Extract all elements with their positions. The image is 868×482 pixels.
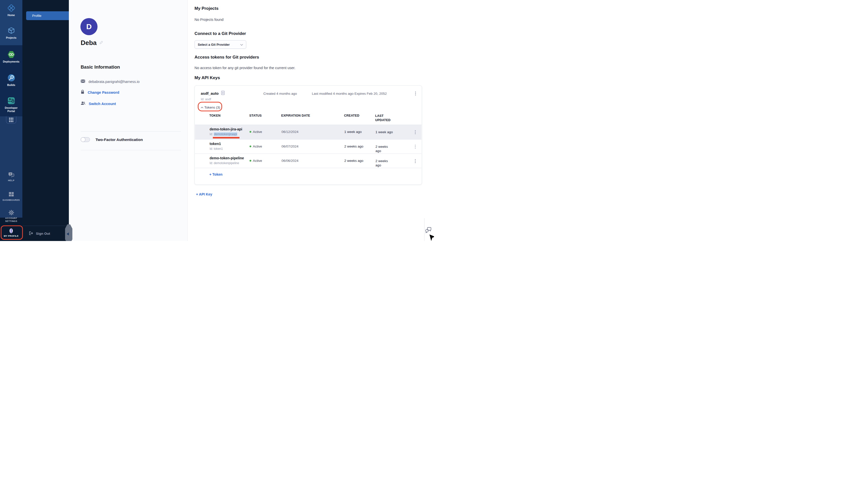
- email-envelope-icon: [81, 80, 85, 84]
- token-name: token1: [210, 142, 221, 146]
- token-id: Id: demotokenjiraapi: [210, 132, 237, 136]
- annotation-underline-token-id: [213, 137, 240, 139]
- col-header-created: CREATED: [344, 114, 359, 117]
- sidebar-item-account-settings[interactable]: ACCOUNT SETTINGS: [0, 209, 22, 223]
- sidebar-item-label: DASHBOARDS: [0, 199, 22, 202]
- token-status: Active: [250, 145, 262, 148]
- chevron-down-icon: [240, 42, 243, 47]
- divider: [81, 150, 181, 150]
- svg-text:?: ?: [9, 173, 11, 175]
- token-id: Id: demotokenpipeline: [210, 161, 239, 165]
- git-provider-select[interactable]: Select a Git Provider: [194, 40, 246, 49]
- panel-collapse-handle[interactable]: [65, 224, 72, 241]
- sidebar-item-my-profile[interactable]: D MY PROFILE: [0, 228, 22, 238]
- status-dot-icon: [250, 160, 251, 161]
- token-name: demo-token-jira-api: [210, 127, 242, 131]
- token-updated: 2 weeks ago: [375, 145, 394, 153]
- sidebar-item-developer-portal[interactable]: Developer Portal: [0, 96, 22, 113]
- change-password-row: Change Password: [81, 90, 119, 95]
- sidebar-item-dashboards[interactable]: DASHBOARDS: [0, 191, 22, 202]
- git-provider-select-value: Select a Git Provider: [198, 43, 230, 47]
- copy-clipboard-icon[interactable]: [221, 91, 225, 96]
- access-tokens-title: Access tokens for Git providers: [194, 55, 259, 60]
- user-name-row: Deba: [81, 39, 103, 47]
- deployments-icon: [0, 50, 22, 59]
- api-key-id: Id: asdf: [201, 97, 211, 101]
- token-id: Id: token1: [210, 147, 223, 151]
- switch-account-link[interactable]: Switch Account: [89, 102, 116, 106]
- change-password-link[interactable]: Change Password: [88, 90, 119, 94]
- switch-account-users-icon: [81, 101, 86, 106]
- sidebar-item-label: Projects: [0, 36, 22, 39]
- no-projects-text: No Projects found: [194, 18, 223, 22]
- basic-information-title: Basic Information: [81, 64, 120, 70]
- sidebar-item-label: Developer Portal: [1, 106, 21, 113]
- sign-out-label: Sign Out: [36, 232, 50, 236]
- api-key-name-row: asdf_auto: [201, 91, 225, 96]
- sidebar-item-home[interactable]: Home: [0, 3, 22, 17]
- add-api-key-button[interactable]: + API Key: [196, 192, 212, 196]
- sidebar-item-label: ACCOUNT SETTINGS: [2, 217, 20, 223]
- user-avatar-large: D: [81, 18, 97, 35]
- sidebar-item-projects[interactable]: Projects: [0, 26, 22, 39]
- token-id-selected-text: demotokenjiraapi: [214, 132, 237, 136]
- token-created: 1 week ago: [344, 130, 362, 134]
- api-key-created: Created 4 months ago: [264, 92, 297, 95]
- token-row: token1 Id: token1 Active 06/07/2024 2 we…: [195, 139, 422, 154]
- status-dot-icon: [250, 146, 251, 147]
- switch-account-row: Switch Account: [81, 101, 116, 106]
- projects-cube-icon: [0, 26, 22, 35]
- apps-grid-icon: [9, 118, 13, 122]
- lock-icon: [81, 90, 85, 95]
- token-updated: 1 week ago: [375, 130, 394, 134]
- sidebar-item-label: Deployments: [0, 60, 22, 63]
- token-kebab-menu[interactable]: [414, 129, 417, 135]
- api-keys-title: My API Keys: [194, 76, 220, 81]
- sidebar-item-builds[interactable]: Builds: [0, 73, 22, 87]
- sidebar-item-label: MY PROFILE: [0, 235, 22, 238]
- divider: [81, 131, 181, 132]
- profile-nav-panel: Profile Sign Out: [22, 0, 69, 241]
- col-header-token: TOKEN: [209, 114, 221, 117]
- edit-name-pencil-icon[interactable]: [99, 40, 103, 46]
- sidebar-item-label: HELP: [0, 179, 22, 182]
- nav-item-profile[interactable]: Profile: [26, 11, 69, 20]
- email-row: debabrata.panigrahi@harness.io: [81, 80, 140, 84]
- api-key-name: asdf_auto: [201, 91, 219, 95]
- add-token-button[interactable]: + Token: [209, 172, 222, 176]
- token-expiration: 06/06/2024: [281, 159, 299, 162]
- gear-icon: [0, 209, 22, 216]
- mouse-cursor: [429, 235, 434, 241]
- right-edge-divider: [424, 218, 425, 241]
- token-name: demo-token-pipeline: [210, 156, 244, 160]
- token-kebab-menu[interactable]: [414, 144, 417, 150]
- api-key-card: asdf_auto Created 4 months ago Last modi…: [194, 85, 422, 185]
- module-switcher-button[interactable]: [6, 116, 16, 124]
- module-sidebar: Home Projects Deployments: [0, 0, 22, 241]
- tokens-expander[interactable]: Tokens (3): [201, 105, 220, 110]
- dashboards-icon: [0, 191, 22, 198]
- git-provider-title: Connect to a Git Provider: [194, 31, 246, 36]
- sign-out-button[interactable]: Sign Out: [22, 226, 69, 241]
- sidebar-item-deployments[interactable]: Deployments: [0, 50, 22, 63]
- token-status: Active: [250, 159, 262, 162]
- no-access-token-text: No access token for any git provider fou…: [194, 66, 295, 70]
- token-updated: 2 weeks ago: [375, 159, 394, 168]
- sidebar-item-label: Home: [0, 13, 22, 17]
- api-key-modified: Last modified 4 months ago Expires Feb 2…: [312, 92, 387, 95]
- token-row: demo-token-jira-api Id: demotokenjiraapi…: [195, 125, 422, 139]
- token-row: demo-token-pipeline Id: demotokenpipelin…: [195, 154, 422, 168]
- api-key-kebab-menu[interactable]: [414, 91, 417, 96]
- my-projects-title: My Projects: [194, 6, 218, 11]
- sidebar-item-help[interactable]: ? HELP: [0, 172, 22, 182]
- tokens-count-label: Tokens (3): [204, 106, 220, 109]
- user-name: Deba: [81, 39, 97, 47]
- chat-support-icon[interactable]: [425, 227, 432, 235]
- two-factor-toggle[interactable]: [81, 137, 90, 142]
- token-created: 2 weeks ago: [344, 145, 363, 148]
- two-factor-label: Two-Factor Authentication: [95, 138, 143, 142]
- two-factor-row: Two-Factor Authentication: [81, 137, 143, 142]
- token-kebab-menu[interactable]: [414, 158, 417, 164]
- profile-details-main: My Projects No Projects found Connect to…: [188, 0, 434, 241]
- sidebar-item-label: Builds: [0, 84, 22, 87]
